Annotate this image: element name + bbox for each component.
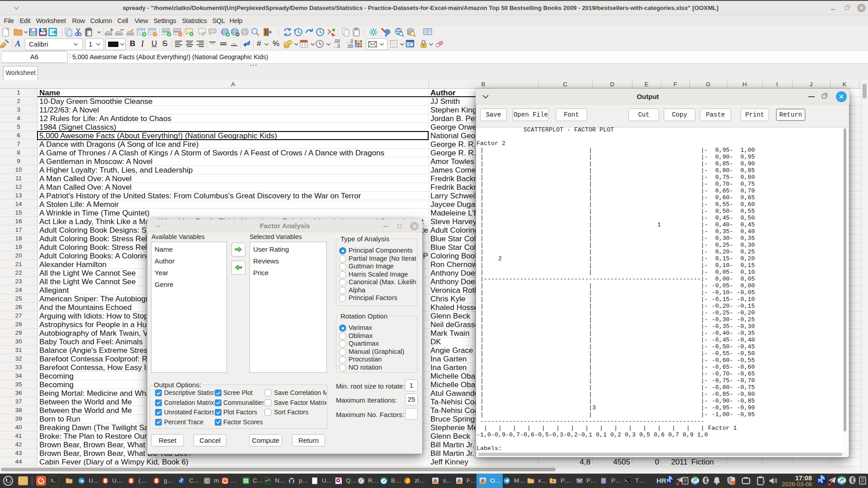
svg-text:C: C <box>205 478 209 483</box>
